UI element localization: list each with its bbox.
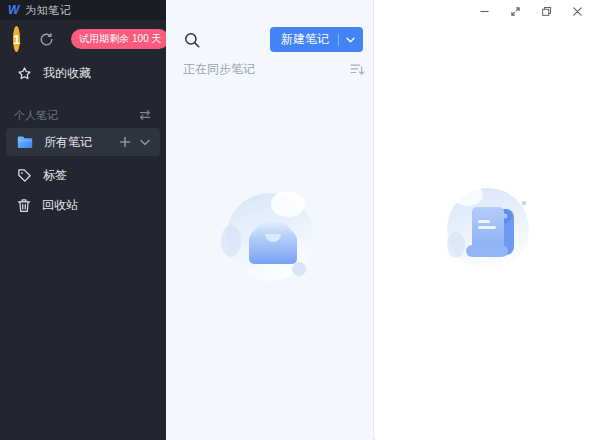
titlebar: W 为知笔记 (0, 0, 166, 20)
sidebar-item-recycle-bin[interactable]: 回收站 (0, 191, 166, 219)
new-note-label: 新建笔记 (281, 31, 329, 48)
note-list-panel: 新建笔记 正在同步笔记 (166, 0, 374, 440)
restore-icon[interactable] (533, 1, 559, 21)
window-controls (466, 0, 590, 22)
sidebar-item-label: 标签 (43, 167, 67, 184)
sidebar-item-favorites[interactable]: 我的收藏 (0, 60, 166, 86)
chevron-down-icon[interactable] (140, 139, 150, 146)
sidebar-item-label: 所有笔记 (44, 134, 119, 151)
sync-icon[interactable] (39, 32, 54, 47)
new-note-button[interactable]: 新建笔记 (270, 27, 363, 52)
trial-badge[interactable]: 试用期剩余 100 天 (71, 29, 169, 49)
tag-icon (17, 168, 32, 183)
swap-icon[interactable] (138, 109, 152, 121)
folder-icon (17, 135, 33, 149)
sidebar-item-tags[interactable]: 标签 (0, 161, 166, 189)
section-label: 个人笔记 (14, 108, 58, 123)
app-logo-icon: W (8, 3, 19, 17)
sidebar-item-label: 回收站 (42, 197, 78, 214)
sidebar-section-personal-notes: 个人笔记 (0, 105, 166, 125)
empty-inbox-illustration (215, 183, 325, 293)
button-divider (338, 34, 339, 46)
trash-icon (17, 198, 31, 213)
sidebar-item-label: 我的收藏 (43, 65, 91, 82)
account-row: 1 试用期剩余 100 天 (0, 24, 166, 54)
plus-icon[interactable] (119, 136, 131, 148)
sync-status-row: 正在同步笔记 (183, 60, 365, 78)
minimize-icon[interactable] (471, 1, 497, 21)
sort-icon[interactable] (349, 62, 365, 77)
expand-icon[interactable] (502, 1, 528, 21)
empty-note-illustration (436, 177, 541, 282)
app-window: W 为知笔记 1 试用期剩余 100 天 我的收藏 个人笔记 (0, 0, 600, 440)
chevron-down-icon (346, 37, 355, 43)
sidebar: W 为知笔记 1 试用期剩余 100 天 我的收藏 个人笔记 (0, 0, 166, 440)
star-icon (17, 66, 32, 81)
search-icon[interactable] (183, 31, 201, 49)
avatar[interactable]: 1 (13, 26, 20, 52)
note-reader-panel (375, 0, 600, 440)
sidebar-item-all-notes[interactable]: 所有笔记 (6, 128, 160, 156)
app-title: 为知笔记 (25, 3, 71, 18)
close-icon[interactable] (564, 1, 590, 21)
sync-status-text: 正在同步笔记 (183, 61, 255, 78)
